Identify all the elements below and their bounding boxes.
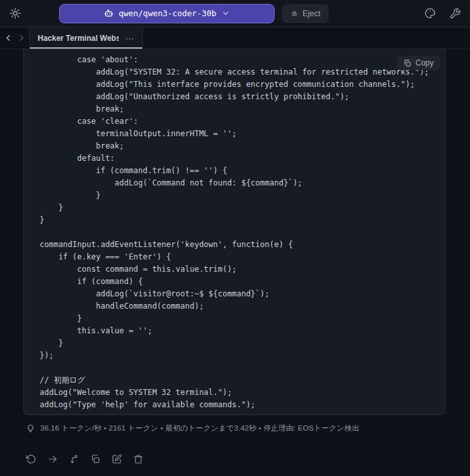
branch-icon: [69, 454, 79, 464]
settings-button[interactable]: [8, 6, 23, 21]
chevron-down-icon: [221, 9, 230, 18]
developer-tools-button[interactable]: [448, 6, 462, 21]
chevron-right-icon: [17, 33, 27, 43]
copy-icon: [90, 454, 101, 464]
theme-button[interactable]: [423, 6, 438, 21]
gear-icon: [9, 7, 21, 19]
code-text: case 'about': addLog("SYSTEM 32: A secur…: [24, 49, 445, 415]
regenerate-icon: [26, 454, 36, 464]
active-tab-underline: [30, 47, 142, 49]
palette-icon: [424, 7, 436, 19]
arrow-right-icon: [47, 454, 58, 464]
history-nav: [0, 27, 30, 49]
regenerate-button[interactable]: [25, 453, 38, 466]
branch-button[interactable]: [68, 453, 80, 466]
eject-button[interactable]: Eject: [282, 5, 328, 23]
eject-label: Eject: [303, 9, 321, 18]
chat-content: case 'about': addLog("SYSTEM 32: A secur…: [0, 49, 470, 476]
copy-icon: [403, 59, 412, 67]
copy-message-button[interactable]: [89, 453, 102, 466]
tab-menu-button[interactable]: ⋯: [124, 34, 136, 43]
delete-message-button[interactable]: [132, 453, 145, 466]
stats-text: 36.16 トークン/秒 • 2161 トークン • 最初のトークンまで3.42…: [40, 423, 360, 433]
tab-bar: Hacker Terminal Website ⋯: [0, 27, 470, 49]
eject-icon: [290, 9, 299, 18]
copy-code-button[interactable]: Copy: [397, 56, 440, 70]
continue-button[interactable]: [46, 453, 59, 466]
chevron-left-icon: [3, 33, 13, 43]
trash-icon: [133, 454, 143, 464]
message-actions: [25, 453, 145, 466]
generation-stats: 36.16 トークン/秒 • 2161 トークン • 最初のトークンまで3.42…: [26, 423, 457, 433]
model-selector-label: qwen/qwen3-coder-30b: [119, 8, 217, 18]
code-block: case 'about': addLog("SYSTEM 32: A secur…: [23, 49, 445, 415]
app-window: qwen/qwen3-coder-30b Eject: [0, 0, 470, 476]
forward-button[interactable]: [17, 33, 27, 43]
copy-label: Copy: [415, 58, 434, 67]
edit-message-button[interactable]: [110, 453, 123, 466]
tab-hacker-terminal-website[interactable]: Hacker Terminal Website ⋯: [30, 27, 143, 49]
back-button[interactable]: [3, 33, 13, 43]
robot-icon: [104, 8, 114, 18]
wrench-icon: [449, 8, 461, 19]
top-bar: qwen/qwen3-coder-30b Eject: [0, 0, 470, 27]
topbar-right-controls: [423, 6, 462, 21]
lightbulb-icon: [26, 424, 35, 433]
edit-icon: [112, 454, 122, 464]
model-selector[interactable]: qwen/qwen3-coder-30b: [59, 4, 275, 23]
tab-title: Hacker Terminal Website: [38, 34, 119, 43]
ellipsis-icon: ⋯: [125, 33, 134, 43]
